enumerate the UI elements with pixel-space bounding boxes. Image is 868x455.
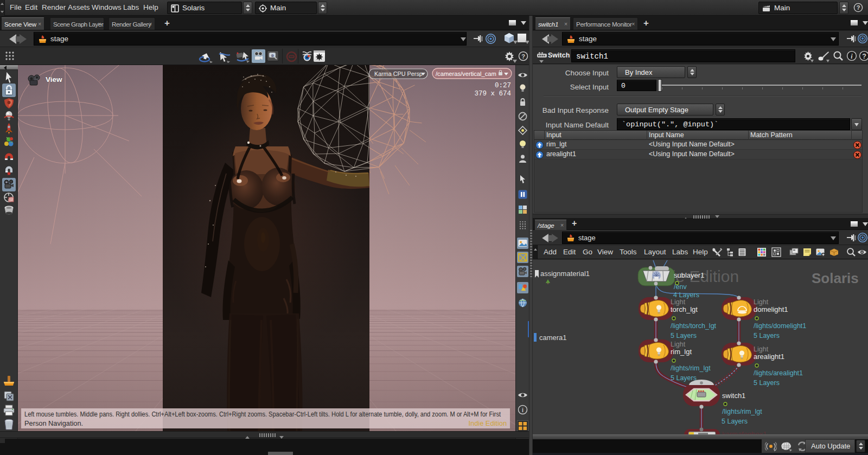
svg-text:/lights/domelight1: /lights/domelight1	[754, 322, 806, 330]
svg-text:Light: Light	[754, 345, 769, 353]
svg-text:5 Layers: 5 Layers	[671, 374, 697, 382]
svg-text:Left mouse tumbles. Middle pan: Left mouse tumbles. Middle pans. Right d…	[24, 410, 501, 418]
svg-text:/lights/arealight1: /lights/arealight1	[754, 369, 803, 377]
svg-text:⊕: ⊕	[271, 53, 275, 58]
svg-text:arealight1: arealight1	[754, 353, 784, 361]
svg-text:?: ?	[521, 53, 525, 60]
svg-text:/cameras/vertical_cam: /cameras/vertical_cam	[436, 71, 496, 77]
svg-text:Karma CPU Persp: Karma CPU Persp	[374, 71, 423, 77]
svg-text:/lights/torch_lgt: /lights/torch_lgt	[671, 322, 717, 330]
svg-text:?: ?	[857, 4, 860, 11]
svg-text:?: ?	[862, 53, 866, 60]
svg-text:5 Layers: 5 Layers	[754, 379, 780, 387]
svg-text:domelight1: domelight1	[754, 305, 788, 313]
svg-text:379 x 674: 379 x 674	[474, 90, 511, 98]
svg-text:Light: Light	[671, 341, 686, 348]
svg-text:assignmaterial1: assignmaterial1	[540, 270, 590, 278]
svg-text:/env: /env	[674, 283, 687, 291]
svg-text:rim_lgt: rim_lgt	[671, 348, 692, 356]
svg-text:5 Layers: 5 Layers	[722, 418, 748, 425]
svg-text:Indie Edition: Indie Edition	[469, 419, 507, 427]
svg-text:Light: Light	[754, 298, 769, 306]
svg-text:View: View	[46, 75, 62, 84]
svg-text:5 Layers: 5 Layers	[754, 332, 780, 339]
svg-text:torch_lgt: torch_lgt	[671, 305, 698, 313]
svg-text:/lights/rim_lgt: /lights/rim_lgt	[671, 364, 711, 372]
svg-text:/lights/rim_lgt: /lights/rim_lgt	[722, 408, 762, 415]
svg-text:i: i	[522, 407, 524, 413]
svg-text:sublayer1: sublayer1	[674, 271, 704, 279]
svg-text:Solaris: Solaris	[812, 270, 859, 286]
svg-text:Light: Light	[671, 298, 686, 306]
svg-text:switch1: switch1	[722, 392, 745, 400]
svg-text:5 Layers: 5 Layers	[671, 332, 697, 339]
svg-text:karmafogbox1: karmafogbox1	[722, 430, 767, 434]
svg-text:4 Layers: 4 Layers	[673, 291, 699, 299]
svg-text:Person Navigation.: Person Navigation.	[24, 419, 83, 427]
svg-text:camera1: camera1	[539, 334, 567, 342]
svg-text:0:27: 0:27	[495, 82, 511, 89]
